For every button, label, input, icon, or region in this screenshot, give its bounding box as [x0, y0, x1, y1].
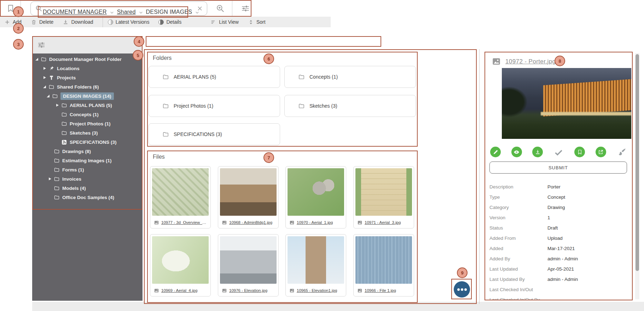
sidebar-item-projects[interactable]: Projects [32, 73, 143, 82]
folder-card-concepts[interactable]: Concepts (1) [284, 66, 416, 88]
folder-icon [52, 93, 58, 99]
expander-icon[interactable] [46, 94, 51, 98]
view-button[interactable] [511, 147, 522, 157]
file-link[interactable]: 10968 - AdminBldg1.jpg [229, 220, 272, 225]
sidebar-item-root-folder[interactable]: Document Manager Root Folder [32, 55, 143, 64]
trash-icon [31, 19, 37, 25]
sidebar-item-shared-folders[interactable]: Shared Folders (6) [32, 82, 143, 91]
field-label: Category [489, 205, 547, 212]
chevron-down-icon[interactable] [195, 10, 200, 15]
tree-filters-icon[interactable] [37, 41, 46, 49]
plus-icon [4, 19, 10, 25]
file-link[interactable]: 10966 - File 1.jpg [365, 288, 396, 293]
image-icon [492, 57, 501, 66]
edit-button[interactable] [490, 147, 501, 157]
expander-spacer [56, 140, 60, 144]
content-scroll-divider[interactable] [479, 49, 480, 304]
preview-trees [502, 86, 528, 118]
sidebar-item-invoices[interactable]: Invoices [32, 174, 143, 183]
sidebar-item-project-photos[interactable]: Project Photos (1) [32, 119, 143, 128]
download-file-button[interactable] [532, 147, 543, 157]
sort-button[interactable]: Sort [248, 19, 266, 25]
breadcrumb-design-images[interactable]: DESIGN IMAGES [146, 9, 192, 15]
folder-card-aerial-plans[interactable]: AERIAL PLANS (5) [149, 66, 280, 88]
sidebar-item-models[interactable]: Models (4) [32, 183, 143, 193]
divider [103, 17, 103, 27]
sidebar-item-estimating-images[interactable]: Estimating Images (1) [32, 156, 143, 165]
download-button[interactable]: Download [63, 19, 93, 25]
panel-scrollbar-thumb[interactable] [636, 54, 639, 271]
field-value: 1 [547, 215, 550, 222]
search-filters-icon[interactable] [241, 4, 250, 13]
expander-icon[interactable] [35, 57, 39, 61]
folder-icon [48, 84, 54, 90]
sidebar-item-forms[interactable]: Forms (1) [32, 165, 143, 174]
folder-card-specifications[interactable]: SPECIFICATIONS (3) [149, 123, 280, 145]
details-label: Details [166, 19, 181, 25]
file-card[interactable]: 10977 - 3d_Overview_R... [150, 166, 211, 228]
expander-spacer [48, 196, 52, 199]
list-view-button[interactable]: List View [210, 19, 239, 25]
share-button[interactable] [596, 147, 606, 157]
sidebar-item-aerial-plans[interactable]: AERIAL PLANS (5) [32, 101, 143, 110]
field-label: Last Checked In/Out By [489, 297, 547, 300]
folder-tree: Document Manager Root Folder Locations P… [32, 53, 143, 202]
folder-card-sketches[interactable]: Sketches (3) [284, 95, 416, 117]
folders-section-title: Folders [153, 55, 172, 61]
sidebar-item-drawings[interactable]: Drawings (8) [32, 147, 143, 156]
file-card[interactable]: 10965 - Elevation1.jpg [285, 234, 346, 296]
sidebar-item-specifications[interactable]: SPECIFICATIONS (3) [32, 137, 143, 147]
details-toggle[interactable]: Details [158, 19, 181, 25]
chevron-down-icon[interactable] [109, 10, 115, 15]
bookmark-file-button[interactable] [574, 147, 585, 157]
file-link[interactable]: 10970 - Aerial_1.jpg [297, 220, 333, 225]
selected-tree-item: DESIGN IMAGES (14) [60, 92, 114, 100]
markup-button[interactable] [616, 147, 627, 157]
field-value: Mar-17-2021 [547, 246, 575, 253]
sidebar-item-office-doc-samples[interactable]: Office Doc Samples (4) [32, 193, 143, 202]
sidebar-item-locations[interactable]: Locations [32, 64, 143, 73]
sidebar-item-design-images[interactable]: DESIGN IMAGES (14) [32, 91, 143, 101]
expander-spacer [56, 122, 60, 125]
checkout-button[interactable] [553, 147, 564, 157]
file-thumbnail [152, 168, 209, 216]
breadcrumb-document-manager[interactable]: DOCUMENT MANAGER [43, 9, 107, 15]
file-card[interactable]: 10968 - AdminBldg1.jpg [218, 166, 279, 228]
dot-icon [461, 288, 463, 291]
field-row-version: Version 1 [489, 215, 629, 222]
file-link[interactable]: 10969 - Aerial_4.jpg [161, 288, 197, 293]
file-link[interactable]: 10965 - Elevation1.jpg [297, 288, 337, 293]
breadcrumb: DOCUMENT MANAGER Shared DESIGN IMAGES [38, 6, 188, 18]
file-card[interactable]: 10976 - Elevation.jpg [218, 234, 279, 296]
expander-icon[interactable] [43, 85, 47, 89]
delete-button[interactable]: Delete [31, 19, 53, 25]
field-value: admin - Admin [547, 256, 578, 263]
latest-versions-toggle[interactable]: Latest Versions [108, 19, 150, 25]
file-link[interactable]: 10976 - Elevation.jpg [229, 288, 267, 293]
expander-icon[interactable] [48, 177, 52, 181]
annotation-badge-6: 6 [263, 53, 274, 64]
file-details-panel: 10972 - Porter.jpg SUBMIT Description Po… [485, 52, 633, 300]
more-options-button[interactable] [454, 281, 470, 298]
file-link[interactable]: 10971 - Aerial_3.jpg [365, 220, 401, 225]
file-card[interactable]: 10970 - Aerial_1.jpg [285, 166, 346, 228]
file-card[interactable]: 10971 - Aerial_3.jpg [353, 166, 414, 228]
submit-button[interactable]: SUBMIT [489, 162, 627, 174]
expander-icon[interactable] [43, 67, 47, 70]
folder-icon [61, 121, 67, 127]
file-card[interactable]: 10969 - Aerial_4.jpg [150, 234, 211, 296]
breadcrumb-shared[interactable]: Shared [117, 9, 136, 15]
chevron-down-icon[interactable] [138, 10, 144, 15]
folder-card-label: AERIAL PLANS (5) [174, 74, 216, 80]
search-submit-icon[interactable] [216, 4, 225, 13]
expander-icon[interactable] [43, 76, 47, 79]
expander-icon[interactable] [56, 103, 60, 107]
file-card[interactable]: 10966 - File 1.jpg [353, 234, 414, 296]
selected-file-link[interactable]: 10972 - Porter.jpg [505, 58, 556, 65]
expander-spacer [48, 159, 52, 162]
image-icon [289, 288, 295, 293]
sidebar-item-sketches[interactable]: Sketches (3) [32, 128, 143, 137]
file-link[interactable]: 10977 - 3d_Overview_R... [161, 220, 208, 225]
folder-card-project-photos[interactable]: Project Photos (1) [149, 95, 280, 117]
sidebar-item-concepts[interactable]: Concepts (1) [32, 110, 143, 119]
